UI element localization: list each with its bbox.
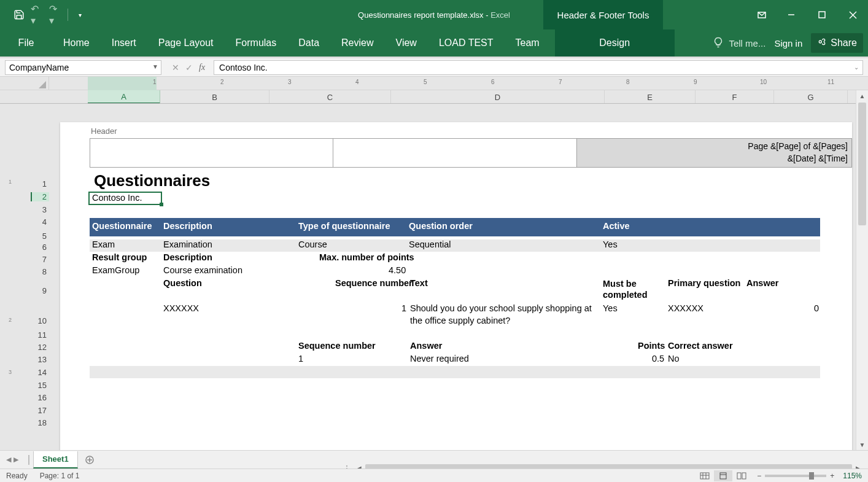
scroll-down-icon[interactable]: ▼ [856, 439, 868, 450]
select-all-triangle[interactable] [0, 77, 49, 90]
cell[interactable]: 4.50 [389, 265, 406, 275]
ribbon-display-icon[interactable] [748, 0, 776, 29]
col-header-D[interactable]: D [391, 90, 605, 103]
prev-sheet-icon[interactable]: ◀ [6, 456, 11, 464]
report-title[interactable]: Questionnaires [94, 171, 210, 190]
col-header-G[interactable]: G [774, 90, 848, 103]
row-header-11[interactable]: 11 [34, 330, 47, 340]
sheet-nav[interactable]: ◀▶ [0, 456, 25, 464]
row-header-15[interactable]: 15 [34, 381, 47, 390]
tab-design[interactable]: Design [555, 29, 675, 56]
tab-team[interactable]: Team [505, 29, 551, 56]
tab-insert[interactable]: Insert [101, 29, 147, 56]
file-tab[interactable]: File [0, 29, 52, 56]
row-header-1[interactable]: 1 [34, 179, 47, 189]
minimize-button[interactable] [776, 0, 807, 29]
row-header-12[interactable]: 12 [34, 343, 47, 352]
accept-formula-icon[interactable]: ✓ [185, 63, 193, 72]
scroll-thumb[interactable] [858, 103, 866, 225]
qhdr-seq[interactable]: Sequence number [335, 278, 413, 288]
cell[interactable]: 1 [298, 354, 303, 363]
sheet-tab-sheet1[interactable]: Sheet1 [33, 451, 78, 468]
redo-icon[interactable]: ↷ ▾ [49, 8, 63, 21]
ahdr-points[interactable]: Points [638, 341, 665, 351]
qhdr-question[interactable]: Question [163, 278, 202, 288]
vertical-scrollbar[interactable]: ▲ ▼ [856, 90, 868, 450]
hdr-questionnaire[interactable]: Questionnaire [92, 221, 152, 231]
zoom-knob[interactable] [809, 472, 814, 480]
zoom-out-button[interactable]: − [757, 472, 761, 480]
cell[interactable]: Course examination [163, 265, 242, 275]
row-header-8[interactable]: 8 [34, 267, 47, 276]
row-header-14[interactable]: 14 [34, 368, 47, 377]
ahdr-answer[interactable]: Answer [410, 341, 442, 351]
qhdr-text[interactable]: Text [410, 278, 428, 288]
hdr-active[interactable]: Active [603, 221, 630, 231]
row-header-13[interactable]: 13 [34, 355, 47, 364]
cell[interactable]: Exam [92, 239, 115, 249]
tab-data[interactable]: Data [287, 29, 330, 56]
subhdr-maxpoints[interactable]: Max. number of points [319, 252, 414, 262]
qhdr-primary[interactable]: Primary question [668, 278, 740, 288]
cell[interactable]: 0 [814, 303, 819, 313]
cell[interactable]: 0.5 [652, 354, 664, 363]
maximize-button[interactable] [807, 0, 837, 29]
row-header-17[interactable]: 17 [34, 406, 47, 415]
new-sheet-button[interactable] [82, 452, 98, 468]
row-header-6[interactable]: 6 [34, 243, 47, 252]
tab-load-test[interactable]: LOAD TEST [428, 29, 505, 56]
name-box-dropdown-icon[interactable]: ▼ [152, 63, 158, 70]
zoom-slider[interactable] [765, 475, 826, 477]
sign-in-link[interactable]: Sign in [774, 38, 802, 49]
header-right-box[interactable]: Page &[Page] of &[Pages] &[Date] &[Time] [577, 138, 852, 168]
cell[interactable]: XXXXXX [163, 303, 199, 313]
cell[interactable]: Yes [603, 303, 618, 313]
share-button[interactable]: Share [811, 33, 863, 53]
col-header-A[interactable]: A [88, 90, 160, 103]
zoom-in-button[interactable]: + [830, 472, 834, 480]
col-header-F[interactable]: F [696, 90, 774, 103]
row-header-2[interactable]: 2 [31, 192, 49, 201]
expand-formula-bar-icon[interactable]: ⌄ [854, 64, 859, 71]
row-header-9[interactable]: 9 [34, 286, 47, 295]
save-icon[interactable] [12, 8, 26, 21]
cell[interactable]: ExamGroup [92, 265, 139, 275]
tell-me-search[interactable]: Tell me... [713, 37, 765, 50]
subhdr-description[interactable]: Description [163, 252, 212, 262]
cell-company[interactable]: Contoso Inc. [92, 193, 142, 203]
subhdr-result-group[interactable]: Result group [92, 252, 147, 262]
scroll-up-icon[interactable]: ▲ [856, 90, 868, 101]
col-header-B[interactable]: B [160, 90, 269, 103]
row-header-16[interactable]: 16 [34, 393, 47, 402]
cell[interactable]: Should you do your school supply shoppin… [410, 303, 592, 313]
name-box[interactable]: CompanyName ▼ [5, 60, 161, 75]
header-left-box[interactable] [90, 138, 333, 168]
cell[interactable]: Sequential [409, 239, 451, 249]
cell[interactable]: the office supply cabinet? [410, 316, 510, 325]
row-header-3[interactable]: 3 [34, 205, 47, 214]
fill-handle[interactable] [160, 203, 163, 206]
tab-home[interactable]: Home [52, 29, 101, 56]
hdr-description[interactable]: Description [163, 221, 212, 231]
undo-icon[interactable]: ↶ ▾ [31, 8, 44, 21]
qhdr-answer[interactable]: Answer [746, 278, 778, 288]
tab-view[interactable]: View [385, 29, 428, 56]
sheet-canvas[interactable]: Header Page &[Page] of &[Pages] &[Date] … [49, 104, 856, 450]
row-header-5[interactable]: 5 [34, 231, 47, 241]
cancel-formula-icon[interactable]: ✕ [172, 63, 179, 72]
cell[interactable]: Yes [603, 239, 618, 249]
page-break-view-icon[interactable] [732, 470, 751, 481]
header-center-box[interactable] [333, 138, 577, 168]
fx-icon[interactable]: fx [199, 63, 205, 72]
hdr-type[interactable]: Type of questionnaire [298, 221, 390, 231]
cell[interactable]: Examination [163, 239, 212, 249]
row-header-4[interactable]: 4 [34, 217, 47, 227]
cell[interactable]: XXXXXX [668, 303, 703, 313]
zoom-percent[interactable]: 115% [838, 472, 862, 480]
row-header-18[interactable]: 18 [34, 418, 47, 427]
hdr-order[interactable]: Question order [409, 221, 473, 231]
tab-page-layout[interactable]: Page Layout [147, 29, 225, 56]
cell[interactable]: 1 [401, 303, 406, 313]
ahdr-correct[interactable]: Correct answer [668, 341, 733, 351]
tab-review[interactable]: Review [330, 29, 384, 56]
